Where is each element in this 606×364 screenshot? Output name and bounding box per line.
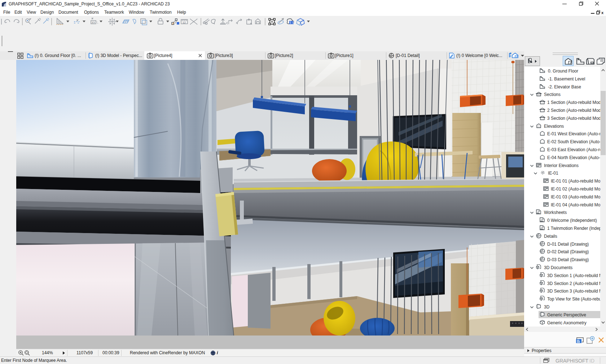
svg-text:x: x (601, 10, 604, 15)
svg-text:XY: XY (92, 21, 95, 24)
svg-text:12: 12 (183, 21, 186, 24)
